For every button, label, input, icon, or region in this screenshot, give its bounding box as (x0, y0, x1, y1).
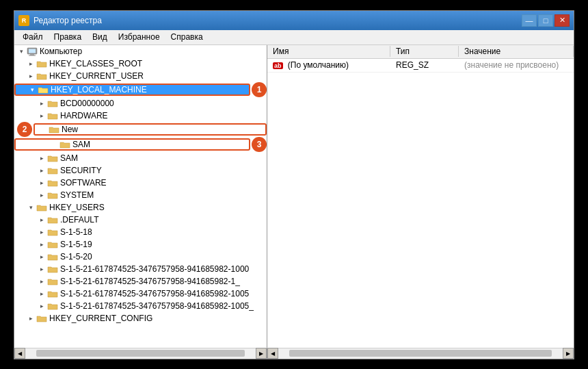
tree-item-computer[interactable]: Компьютер (14, 45, 267, 58)
expander-system[interactable] (36, 190, 47, 201)
tree-item-new[interactable]: New (34, 123, 267, 136)
folder-icon-s520 (47, 252, 58, 262)
tree-item-s1000[interactable]: S-1-5-21-617874525-3476757958-941685982-… (14, 263, 267, 275)
folder-icon-s1000 (47, 264, 58, 274)
tree-item-hkcr[interactable]: HKEY_CLASSES_ROOT (14, 58, 267, 70)
window-title: Редактор реестра (34, 16, 102, 25)
values-scrollbar[interactable] (289, 350, 552, 357)
values-scroll-right-btn[interactable]: ▶ (563, 348, 574, 359)
hkcr-label: HKEY_CLASSES_ROOT (49, 59, 142, 68)
title-bar: R Редактор реестра — □ ✕ (14, 11, 574, 30)
expander-default[interactable] (36, 214, 47, 225)
expander-software[interactable] (36, 177, 47, 188)
menu-bar: Файл Правка Вид Избранное Справка (14, 30, 574, 45)
close-button[interactable]: ✕ (554, 14, 570, 27)
tree-item-s518[interactable]: S-1-5-18 (14, 226, 267, 238)
tree-item-sam-sub[interactable]: SAM (14, 138, 250, 151)
expander-s1000[interactable] (36, 264, 47, 275)
folder-icon-s1005b (47, 301, 58, 311)
menu-edit[interactable]: Правка (49, 31, 88, 43)
tree-item-hku[interactable]: HKEY_USERS (14, 201, 267, 214)
badge-2: 2 (17, 122, 32, 137)
minimize-button[interactable]: — (522, 14, 537, 27)
expander-hardware[interactable] (36, 110, 47, 121)
tree-item-hardware[interactable]: HARDWARE (14, 110, 267, 122)
hku-label: HKEY_USERS (49, 203, 105, 212)
tree-item-hkcc[interactable]: HKEY_CURRENT_CONFIG (14, 312, 267, 325)
folder-icon-bcd (47, 99, 58, 108)
menu-view[interactable]: Вид (87, 31, 113, 43)
expander-sam-sub (49, 139, 59, 150)
software-label: SOFTWARE (60, 178, 107, 188)
value-name: ab (По умолчанию) (267, 60, 390, 71)
expander-computer[interactable] (16, 46, 27, 57)
values-scroll-left-btn[interactable]: ◀ (267, 348, 278, 359)
svg-rect-3 (29, 55, 36, 55)
expander-s520[interactable] (36, 251, 47, 262)
expander-hku[interactable] (25, 202, 36, 213)
expander-s518[interactable] (36, 227, 47, 238)
main-area: Компьютер HKEY_CLASSES_ROOT (14, 45, 574, 348)
hklm-row[interactable]: HKEY_LOCAL_MACHINE 1 (14, 82, 267, 97)
expander-sam[interactable] (36, 153, 47, 164)
tree-item-s519[interactable]: S-1-5-19 (14, 238, 267, 251)
menu-favorites[interactable]: Избранное (113, 31, 165, 43)
expander-s1005[interactable] (36, 288, 47, 299)
tree-item-s1005[interactable]: S-1-5-21-617874525-3476757958-941685982-… (14, 288, 267, 300)
tree-hscroll[interactable]: ◀ ▶ (14, 348, 267, 359)
tree-item-software[interactable]: SOFTWARE (14, 177, 267, 189)
value-row-default[interactable]: ab (По умолчанию) REG_SZ (значение не пр… (267, 59, 574, 73)
col-name: Имя (267, 46, 390, 57)
svg-rect-1 (29, 49, 36, 53)
expander-bcd[interactable] (36, 98, 47, 109)
scroll-left-btn[interactable]: ◀ (14, 348, 25, 359)
values-hscroll[interactable]: ◀ ▶ (267, 348, 574, 359)
expander-hkcu[interactable] (25, 71, 36, 81)
expander-hklm[interactable] (27, 84, 38, 95)
s1000-label: S-1-5-21-617874525-3476757958-941685982-… (60, 264, 249, 274)
s1005b-label: S-1-5-21-617874525-3476757958-941685982-… (60, 301, 254, 311)
tree-item-s1005b[interactable]: S-1-5-21-617874525-3476757958-941685982-… (14, 300, 267, 312)
expander-hkcr[interactable] (25, 58, 36, 69)
s1005-label: S-1-5-21-617874525-3476757958-941685982-… (60, 289, 249, 298)
value-type: REG_SZ (390, 60, 459, 71)
new-row[interactable]: 2 New (14, 122, 267, 137)
col-value: Значение (459, 46, 574, 57)
scroll-right-btn[interactable]: ▶ (256, 348, 267, 359)
folder-icon-sam-sub (59, 140, 70, 149)
tree-item-bcd[interactable]: BCD00000000 (14, 97, 267, 110)
sam-sub-row[interactable]: SAM 3 (14, 137, 267, 152)
tree-item-security[interactable]: SECURITY (14, 164, 267, 177)
folder-icon-s519 (47, 240, 58, 249)
registry-editor-window: R Редактор реестра — □ ✕ Файл Правка Вид… (14, 10, 574, 359)
menu-file[interactable]: Файл (17, 31, 49, 43)
expander-s519[interactable] (36, 239, 47, 250)
new-label: New (62, 125, 78, 134)
s518-label: S-1-5-18 (60, 227, 92, 237)
tree-item-hkcu[interactable]: HKEY_CURRENT_USER (14, 70, 267, 82)
tree-item-hklm[interactable]: HKEY_LOCAL_MACHINE (14, 84, 250, 96)
maximize-button[interactable]: □ (538, 14, 553, 27)
security-label: SECURITY (60, 166, 102, 175)
s520-label: S-1-5-20 (60, 252, 92, 262)
expander-s1005b[interactable] (36, 301, 47, 311)
tree-item-sam[interactable]: SAM (14, 152, 267, 164)
tree-item-system[interactable]: SYSTEM (14, 189, 267, 201)
badge-3: 3 (252, 137, 267, 152)
value-data: (значение не присвоено) (459, 60, 574, 71)
scrollbar-area: ◀ ▶ ◀ ▶ (14, 348, 574, 359)
tree-item-s1001[interactable]: S-1-5-21-617874525-3476757958-941685982-… (14, 275, 267, 288)
menu-help[interactable]: Справка (165, 31, 209, 43)
values-header: Имя Тип Значение (267, 45, 574, 59)
expander-hkcc[interactable] (25, 313, 36, 324)
tree-scrollbar[interactable] (36, 350, 245, 357)
tree-item-default[interactable]: .DEFAULT (14, 214, 267, 226)
expander-s1001[interactable] (36, 276, 47, 287)
expander-security[interactable] (36, 165, 47, 176)
default-label: .DEFAULT (60, 215, 98, 225)
folder-icon-hklm (38, 85, 49, 94)
tree-panel[interactable]: Компьютер HKEY_CLASSES_ROOT (14, 45, 267, 348)
title-bar-left: R Редактор реестра (18, 15, 102, 26)
tree-item-s520[interactable]: S-1-5-20 (14, 251, 267, 263)
folder-icon-system (47, 190, 58, 200)
